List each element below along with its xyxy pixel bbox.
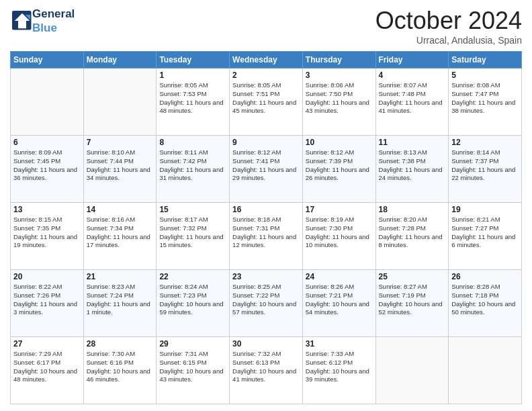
cell-info: Sunrise: 8:10 AMSunset: 7:44 PMDaylight:…	[87, 148, 150, 181]
day-number: 19	[451, 205, 519, 214]
day-number: 16	[232, 205, 300, 214]
day-number: 9	[232, 138, 300, 147]
calendar-cell: 30Sunrise: 7:32 AMSunset: 6:13 PMDayligh…	[230, 337, 303, 404]
day-number: 4	[379, 71, 446, 80]
cell-info: Sunrise: 8:09 AMSunset: 7:45 PMDaylight:…	[13, 148, 77, 181]
logo: General Blue	[10, 7, 75, 35]
calendar-cell: 11Sunrise: 8:13 AMSunset: 7:38 PMDayligh…	[375, 136, 449, 203]
calendar-cell: 2Sunrise: 8:05 AMSunset: 7:51 PMDaylight…	[230, 68, 303, 136]
cell-info: Sunrise: 8:12 AMSunset: 7:41 PMDaylight:…	[232, 148, 296, 181]
weekday-header: Thursday	[302, 52, 375, 68]
title-block: October 2024 Urracal, Andalusia, Spain	[375, 7, 522, 46]
day-number: 10	[306, 138, 373, 147]
day-number: 5	[451, 71, 519, 80]
day-number: 21	[87, 272, 154, 281]
cell-info: Sunrise: 8:05 AMSunset: 7:51 PMDaylight:…	[232, 81, 296, 114]
calendar-cell: 5Sunrise: 8:08 AMSunset: 7:47 PMDaylight…	[449, 68, 522, 136]
day-number: 14	[87, 205, 154, 214]
calendar-cell: 1Sunrise: 8:05 AMSunset: 7:53 PMDaylight…	[157, 68, 230, 136]
calendar-header-row: SundayMondayTuesdayWednesdayThursdayFrid…	[11, 52, 522, 68]
day-number: 18	[379, 205, 446, 214]
cell-info: Sunrise: 8:25 AMSunset: 7:22 PMDaylight:…	[232, 283, 296, 316]
day-number: 27	[13, 339, 81, 349]
calendar-cell	[11, 68, 84, 136]
cell-info: Sunrise: 7:32 AMSunset: 6:13 PMDaylight:…	[232, 350, 296, 383]
cell-info: Sunrise: 8:22 AMSunset: 7:26 PMDaylight:…	[13, 283, 77, 316]
calendar-cell: 12Sunrise: 8:14 AMSunset: 7:37 PMDayligh…	[449, 136, 522, 203]
calendar-cell: 31Sunrise: 7:33 AMSunset: 6:12 PMDayligh…	[302, 337, 375, 404]
day-number: 8	[159, 138, 226, 147]
header: General Blue October 2024 Urracal, Andal…	[10, 7, 522, 46]
weekday-header: Friday	[375, 52, 449, 68]
cell-info: Sunrise: 8:08 AMSunset: 7:47 PMDaylight:…	[451, 81, 515, 114]
calendar-cell: 25Sunrise: 8:27 AMSunset: 7:19 PMDayligh…	[375, 270, 449, 337]
calendar-cell: 18Sunrise: 8:20 AMSunset: 7:28 PMDayligh…	[375, 203, 449, 270]
cell-info: Sunrise: 7:31 AMSunset: 6:15 PMDaylight:…	[159, 350, 223, 383]
weekday-header: Tuesday	[157, 52, 230, 68]
day-number: 15	[159, 205, 226, 214]
calendar-cell: 29Sunrise: 7:31 AMSunset: 6:15 PMDayligh…	[157, 337, 230, 404]
day-number: 17	[306, 205, 373, 214]
cell-info: Sunrise: 7:29 AMSunset: 6:17 PMDaylight:…	[13, 350, 77, 383]
cell-info: Sunrise: 8:20 AMSunset: 7:28 PMDaylight:…	[379, 216, 443, 248]
logo-general-text: General	[32, 7, 75, 20]
calendar-cell: 22Sunrise: 8:24 AMSunset: 7:23 PMDayligh…	[157, 270, 230, 337]
page: General Blue October 2024 Urracal, Andal…	[0, 0, 532, 411]
calendar-cell: 7Sunrise: 8:10 AMSunset: 7:44 PMDaylight…	[83, 136, 157, 203]
cell-info: Sunrise: 8:16 AMSunset: 7:34 PMDaylight:…	[87, 216, 150, 248]
day-number: 24	[306, 272, 373, 281]
cell-info: Sunrise: 8:12 AMSunset: 7:39 PMDaylight:…	[306, 148, 369, 181]
cell-info: Sunrise: 8:24 AMSunset: 7:23 PMDaylight:…	[159, 283, 223, 316]
cell-info: Sunrise: 8:07 AMSunset: 7:48 PMDaylight:…	[379, 81, 443, 114]
calendar-cell: 20Sunrise: 8:22 AMSunset: 7:26 PMDayligh…	[11, 270, 84, 337]
day-number: 1	[159, 71, 226, 80]
weekday-header: Sunday	[11, 52, 84, 68]
logo-blue-text: Blue	[32, 21, 57, 34]
weekday-header: Wednesday	[230, 52, 303, 68]
calendar-cell: 9Sunrise: 8:12 AMSunset: 7:41 PMDaylight…	[230, 136, 303, 203]
day-number: 29	[159, 339, 226, 349]
day-number: 26	[451, 272, 519, 281]
day-number: 30	[232, 339, 300, 349]
calendar-cell: 28Sunrise: 7:30 AMSunset: 6:16 PMDayligh…	[83, 337, 157, 404]
calendar-cell: 17Sunrise: 8:19 AMSunset: 7:30 PMDayligh…	[302, 203, 375, 270]
calendar-cell: 6Sunrise: 8:09 AMSunset: 7:45 PMDaylight…	[11, 136, 84, 203]
day-number: 31	[306, 339, 373, 349]
cell-info: Sunrise: 8:06 AMSunset: 7:50 PMDaylight:…	[306, 81, 369, 114]
calendar-week-row: 27Sunrise: 7:29 AMSunset: 6:17 PMDayligh…	[11, 337, 522, 404]
cell-info: Sunrise: 8:21 AMSunset: 7:27 PMDaylight:…	[451, 216, 515, 248]
cell-info: Sunrise: 8:28 AMSunset: 7:18 PMDaylight:…	[451, 283, 515, 316]
calendar-cell: 19Sunrise: 8:21 AMSunset: 7:27 PMDayligh…	[449, 203, 522, 270]
calendar-cell	[375, 337, 449, 404]
day-number: 22	[159, 272, 226, 281]
cell-info: Sunrise: 7:30 AMSunset: 6:16 PMDaylight:…	[87, 350, 150, 383]
cell-info: Sunrise: 7:33 AMSunset: 6:12 PMDaylight:…	[306, 350, 369, 383]
calendar-cell: 3Sunrise: 8:06 AMSunset: 7:50 PMDaylight…	[302, 68, 375, 136]
day-number: 11	[379, 138, 446, 147]
subtitle: Urracal, Andalusia, Spain	[375, 35, 522, 46]
day-number: 28	[87, 339, 154, 349]
day-number: 6	[13, 138, 81, 147]
calendar-week-row: 13Sunrise: 8:15 AMSunset: 7:35 PMDayligh…	[11, 203, 522, 270]
cell-info: Sunrise: 8:17 AMSunset: 7:32 PMDaylight:…	[159, 216, 223, 248]
calendar-cell: 23Sunrise: 8:25 AMSunset: 7:22 PMDayligh…	[230, 270, 303, 337]
calendar-cell: 15Sunrise: 8:17 AMSunset: 7:32 PMDayligh…	[157, 203, 230, 270]
cell-info: Sunrise: 8:26 AMSunset: 7:21 PMDaylight:…	[306, 283, 369, 316]
weekday-header: Monday	[83, 52, 157, 68]
cell-info: Sunrise: 8:18 AMSunset: 7:31 PMDaylight:…	[232, 216, 296, 248]
cell-info: Sunrise: 8:11 AMSunset: 7:42 PMDaylight:…	[159, 148, 223, 181]
calendar-table: SundayMondayTuesdayWednesdayThursdayFrid…	[10, 51, 522, 404]
day-number: 2	[232, 71, 300, 80]
calendar-cell: 13Sunrise: 8:15 AMSunset: 7:35 PMDayligh…	[11, 203, 84, 270]
calendar-cell: 14Sunrise: 8:16 AMSunset: 7:34 PMDayligh…	[83, 203, 157, 270]
day-number: 25	[379, 272, 446, 281]
cell-info: Sunrise: 8:27 AMSunset: 7:19 PMDaylight:…	[379, 283, 443, 316]
calendar-cell: 4Sunrise: 8:07 AMSunset: 7:48 PMDaylight…	[375, 68, 449, 136]
calendar-body: 1Sunrise: 8:05 AMSunset: 7:53 PMDaylight…	[11, 68, 522, 404]
calendar-cell: 10Sunrise: 8:12 AMSunset: 7:39 PMDayligh…	[302, 136, 375, 203]
calendar-cell: 24Sunrise: 8:26 AMSunset: 7:21 PMDayligh…	[302, 270, 375, 337]
day-number: 12	[451, 138, 519, 147]
calendar-cell: 21Sunrise: 8:23 AMSunset: 7:24 PMDayligh…	[83, 270, 157, 337]
weekday-header: Saturday	[449, 52, 522, 68]
cell-info: Sunrise: 8:05 AMSunset: 7:53 PMDaylight:…	[159, 81, 223, 114]
